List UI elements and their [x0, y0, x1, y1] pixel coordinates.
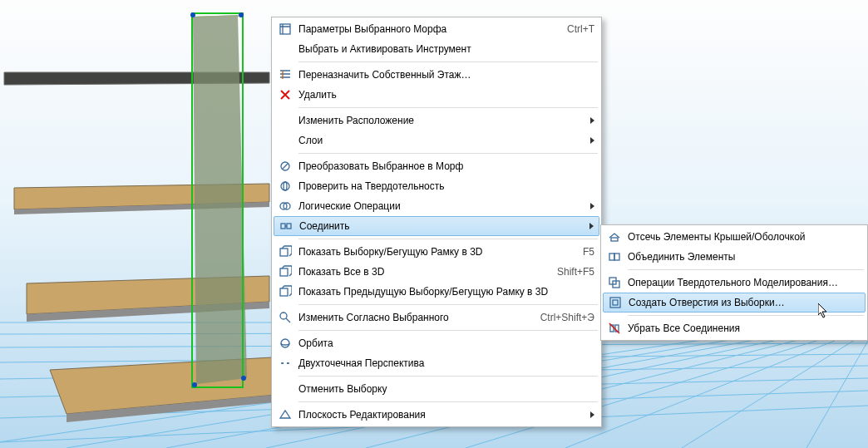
menu-item-label: Соединить	[299, 220, 581, 232]
menu-item-shortcut: Ctrl+T	[528, 23, 594, 35]
menu_sub-item[interactable]: Создать Отверстия из Выборки…	[603, 293, 866, 313]
show-prev-3d-icon	[277, 283, 293, 300]
svg-point-42	[280, 313, 287, 319]
svg-rect-48	[614, 254, 619, 260]
menu-item-label: Объединить Элементы	[628, 251, 861, 263]
svg-point-34	[284, 182, 287, 190]
menu_main-item[interactable]: Параметры Выбранного МорфаCtrl+T	[274, 19, 599, 39]
blank-icon	[277, 132, 293, 149]
menu-item-label: Операции Твердотельного Моделирования…	[628, 277, 863, 288]
svg-rect-40	[280, 268, 288, 276]
svg-point-30	[192, 382, 197, 387]
menu-item-shortcut: F5	[528, 246, 594, 258]
convert-morph-icon	[277, 158, 293, 175]
menu-item-label: Орбита	[298, 337, 594, 349]
menu-item-label: Создать Отверстия из Выборки…	[629, 297, 860, 308]
svg-line-14	[565, 327, 868, 448]
svg-rect-47	[609, 254, 614, 260]
check-solid-icon	[277, 178, 293, 194]
menu-item-label: Преобразовать Выбранное в Морф	[298, 160, 594, 172]
menu-item-label: Изменить Согласно Выбранного	[298, 312, 524, 323]
morph-settings-icon	[277, 21, 293, 37]
merge-elem-icon	[606, 249, 623, 265]
blank-icon	[277, 381, 293, 397]
menu_main-item[interactable]: Переназначить Собственный Этаж…	[274, 65, 599, 85]
create-holes-icon	[607, 294, 624, 311]
menu_main-item[interactable]: Изменить Расположение	[274, 111, 599, 130]
svg-rect-38	[287, 224, 291, 229]
menu_main-item[interactable]: Двухточечная Перспектива	[274, 353, 599, 373]
chevron-right-icon	[590, 137, 594, 144]
menu-item-label: Слои	[298, 135, 582, 146]
menu-separator	[298, 62, 598, 62]
svg-rect-39	[280, 249, 288, 256]
menu_main-item[interactable]: Орбита	[274, 333, 599, 353]
menu_main-item[interactable]: Изменить Согласно ВыбранногоCtrl+Shift+Э	[274, 308, 599, 327]
menu-item-label: Изменить Расположение	[298, 115, 582, 126]
clear-conn-icon	[606, 320, 623, 337]
menu-item-shortcut: Shift+F5	[528, 266, 594, 278]
menu-item-label: Отменить Выборку	[298, 383, 594, 395]
menu-separator	[298, 304, 598, 305]
menu_main-item[interactable]: Показать Предыдущую Выборку/Бегущую Рамк…	[274, 282, 599, 302]
svg-point-33	[281, 182, 289, 190]
solid-ops-icon	[606, 274, 623, 291]
menu_main-item[interactable]: Отменить Выборку	[274, 379, 599, 399]
menu_main-item[interactable]: Плоскость Редактирования	[274, 405, 599, 425]
menu-item-label: Показать Все в 3D	[298, 266, 528, 278]
menu_main-item[interactable]: Показать Выборку/Бегущую Рамку в 3DF5	[274, 242, 599, 262]
perspective-icon	[277, 355, 293, 372]
svg-point-44	[282, 362, 284, 364]
menu-item-label: Показать Выборку/Бегущую Рамку в 3D	[298, 246, 528, 258]
menu-separator	[298, 376, 598, 377]
menu-item-label: Плоскость Редактирования	[298, 409, 582, 421]
svg-rect-46	[611, 238, 618, 241]
blank-icon	[277, 41, 293, 57]
blank-icon	[277, 112, 293, 129]
menu_main-item[interactable]: Соединить	[274, 216, 599, 236]
menu-item-label: Удалить	[298, 89, 594, 101]
menu-item-label: Убрать Все Соединения	[628, 322, 861, 334]
context-menu-main: Параметры Выбранного МорфаCtrl+TВыбрать …	[271, 17, 602, 427]
show-sel-3d-icon	[277, 244, 293, 260]
menu-item-label: Проверить на Твердотельность	[298, 180, 594, 192]
svg-rect-37	[281, 224, 285, 229]
menu_main-item[interactable]: Логические Операции	[274, 196, 599, 216]
menu-separator	[628, 315, 864, 316]
menu_sub-item[interactable]: Объединить Элементы	[603, 247, 866, 267]
bool-ops-icon	[277, 198, 293, 214]
menu_main-item[interactable]: Слои	[274, 130, 599, 150]
menu_main-item[interactable]: Удалить	[274, 85, 599, 105]
menu_sub-item[interactable]: Операции Твердотельного Моделирования…	[603, 273, 866, 293]
menu_main-item[interactable]: Выбрать и Активировать Инструмент	[274, 39, 599, 59]
menu_sub-item[interactable]: Убрать Все Соединения	[603, 318, 866, 338]
menu-separator	[298, 401, 598, 402]
menu-item-label: Показать Предыдущую Выборку/Бегущую Рамк…	[298, 286, 573, 298]
delete-icon	[277, 86, 293, 103]
menu-separator	[298, 330, 598, 331]
chevron-right-icon	[589, 223, 594, 229]
menu_main-item[interactable]: Показать Все в 3DShift+F5	[274, 262, 599, 282]
svg-line-16	[806, 341, 868, 448]
svg-point-28	[239, 12, 244, 17]
menu-item-shortcut: Ctrl+Shift+Э	[524, 312, 594, 323]
svg-rect-52	[613, 300, 618, 305]
orbit-icon	[277, 335, 293, 352]
svg-rect-51	[610, 298, 620, 308]
menu-item-label: Параметры Выбранного Морфа	[298, 23, 528, 35]
svg-point-27	[190, 12, 195, 17]
menu_main-item[interactable]: Проверить на Твердотельность	[274, 176, 599, 196]
menu-item-label: Переназначить Собственный Этаж…	[298, 69, 594, 81]
menu-item-label: Двухточечная Перспектива	[298, 357, 594, 369]
svg-point-43	[281, 339, 289, 347]
menu-item-label: Выбрать и Активировать Инструмент	[298, 43, 594, 55]
menu-separator	[298, 153, 598, 154]
svg-point-45	[287, 362, 289, 364]
menu_sub-item[interactable]: Отсечь Элементы Крышей/Оболочкой	[603, 227, 866, 247]
svg-rect-31	[280, 24, 290, 34]
menu_main-item[interactable]: Преобразовать Выбранное в Морф	[274, 156, 599, 176]
menu-separator	[298, 239, 598, 239]
menu-item-label: Отсечь Элементы Крышей/Оболочкой	[628, 231, 861, 243]
svg-rect-41	[280, 288, 288, 296]
edit-plane-icon	[277, 406, 293, 423]
